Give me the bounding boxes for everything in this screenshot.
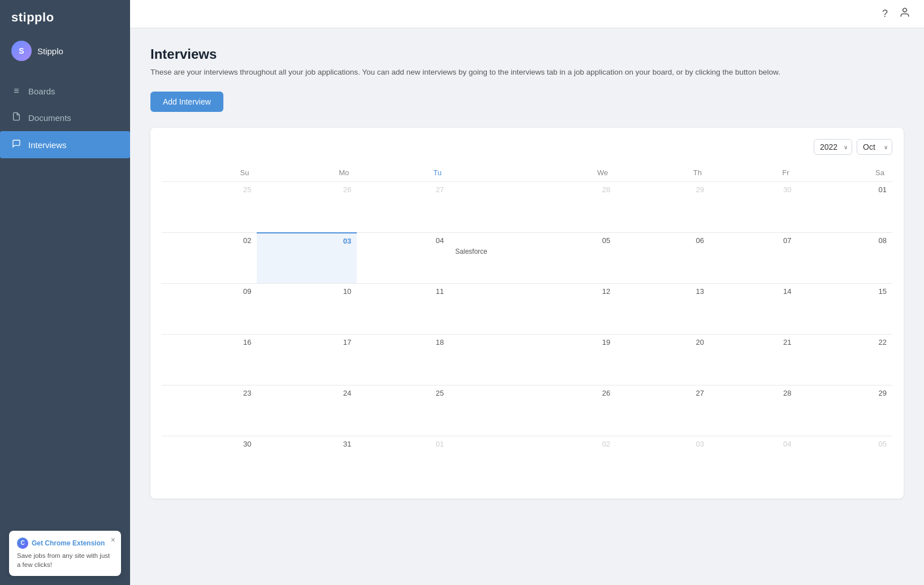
sidebar-item-boards-label: Boards [28, 86, 55, 96]
calendar-week-row: 16171819202122 [162, 335, 892, 385]
calendar-cell: 05Salesforce [450, 233, 616, 284]
day-number: 03 [262, 237, 351, 245]
calendar-cell: 09 [162, 284, 257, 335]
day-number: 30 [167, 440, 251, 448]
day-number: 01 [803, 185, 887, 194]
calendar: 2021 2022 2023 JanFebMar AprMayJun JulAu… [150, 128, 904, 499]
chrome-ext-description: Save jobs from any site with just a few … [17, 551, 113, 569]
day-number: 28 [715, 389, 792, 397]
calendar-cell: 17 [257, 335, 357, 385]
day-number: 11 [362, 287, 444, 296]
calendar-day-header-we: We [450, 164, 616, 182]
calendar-cell: 04 [357, 233, 450, 284]
calendar-cell: 31 [257, 436, 357, 487]
day-number: 19 [455, 338, 610, 346]
day-number: 27 [362, 185, 444, 194]
day-number: 26 [262, 185, 351, 194]
sidebar-item-boards[interactable]: ≡ Boards [0, 78, 130, 104]
day-number: 15 [803, 287, 887, 296]
calendar-cell: 02 [450, 436, 616, 487]
day-number: 20 [621, 338, 704, 346]
calendar-cell: 14 [710, 284, 797, 335]
calendar-cell: 13 [616, 284, 710, 335]
chrome-ext-title: C Get Chrome Extension [17, 538, 113, 549]
main-content: ? Interviews These are your interviews t… [130, 0, 924, 585]
day-number: 02 [455, 440, 610, 448]
month-select[interactable]: JanFebMar AprMayJun JulAugSep OctNovDec [857, 139, 892, 155]
day-number: 03 [621, 440, 704, 448]
day-number: 05 [455, 236, 610, 245]
day-number: 22 [803, 338, 887, 346]
calendar-cell: 04 [710, 436, 797, 487]
calendar-cell: 26 [450, 385, 616, 436]
calendar-week-row: 02030405Salesforce060708 [162, 233, 892, 284]
day-number: 05 [803, 440, 887, 448]
year-select[interactable]: 2021 2022 2023 [814, 139, 852, 155]
calendar-day-header-sa: Sa [797, 164, 892, 182]
day-number: 12 [455, 287, 610, 296]
calendar-day-header-th: Th [616, 164, 710, 182]
calendar-cell: 16 [162, 335, 257, 385]
day-number: 30 [715, 185, 792, 194]
calendar-cell: 02 [162, 233, 257, 284]
day-number: 13 [621, 287, 704, 296]
interviews-icon [11, 139, 21, 150]
user-profile-icon[interactable] [899, 7, 910, 21]
day-number: 14 [715, 287, 792, 296]
svg-point-0 [903, 8, 907, 12]
calendar-cell: 05 [797, 436, 892, 487]
boards-icon: ≡ [11, 86, 21, 96]
calendar-day-header-mo: Mo [257, 164, 357, 182]
calendar-week-row: 25262728293001 [162, 182, 892, 233]
day-number: 23 [167, 389, 251, 397]
sidebar-item-interviews-label: Interviews [28, 140, 67, 150]
day-number: 16 [167, 338, 251, 346]
day-number: 27 [621, 389, 704, 397]
day-number: 04 [715, 440, 792, 448]
day-number: 09 [167, 287, 251, 296]
calendar-cell: 23 [162, 385, 257, 436]
calendar-cell: 03 [257, 233, 357, 284]
day-number: 25 [362, 389, 444, 397]
calendar-cell: 06 [616, 233, 710, 284]
documents-icon [11, 112, 21, 123]
calendar-cell: 07 [710, 233, 797, 284]
year-select-wrapper: 2021 2022 2023 [814, 139, 852, 155]
day-number: 26 [455, 389, 610, 397]
calendar-cell: 30 [710, 182, 797, 233]
help-icon[interactable]: ? [882, 8, 888, 20]
calendar-header-row: SuMoTuWeThFrSa [162, 164, 892, 182]
sidebar-user: S Stipplo [0, 35, 130, 72]
calendar-cell: 12 [450, 284, 616, 335]
calendar-cell: 22 [797, 335, 892, 385]
month-select-wrapper: JanFebMar AprMayJun JulAugSep OctNovDec [857, 139, 892, 155]
chrome-extension-banner: × C Get Chrome Extension Save jobs from … [9, 531, 121, 576]
day-number: 25 [167, 185, 251, 194]
calendar-day-header-tu: Tu [357, 164, 450, 182]
event-tag[interactable]: Salesforce [455, 247, 610, 257]
chrome-ext-close-button[interactable]: × [111, 535, 115, 544]
sidebar-nav: ≡ Boards Documents Interviews [0, 78, 130, 158]
chrome-ext-title-text: Get Chrome Extension [32, 539, 105, 547]
calendar-day-header-fr: Fr [710, 164, 797, 182]
sidebar-item-interviews[interactable]: Interviews [0, 131, 130, 158]
sidebar: stipplo S Stipplo ≡ Boards Documents [0, 0, 130, 585]
calendar-body: 2526272829300102030405Salesforce06070809… [162, 182, 892, 487]
sidebar-item-documents-label: Documents [28, 113, 71, 123]
calendar-week-row: 30310102030405 [162, 436, 892, 487]
calendar-cell: 26 [257, 182, 357, 233]
username-label: Stipplo [37, 46, 63, 56]
sidebar-bottom: × C Get Chrome Extension Save jobs from … [0, 522, 130, 585]
day-number: 10 [262, 287, 351, 296]
calendar-cell: 20 [616, 335, 710, 385]
calendar-cell: 24 [257, 385, 357, 436]
calendar-cell: 10 [257, 284, 357, 335]
sidebar-item-documents[interactable]: Documents [0, 104, 130, 131]
calendar-cell: 29 [797, 385, 892, 436]
day-number: 17 [262, 338, 351, 346]
add-interview-button[interactable]: Add Interview [150, 92, 223, 112]
day-number: 29 [803, 389, 887, 397]
calendar-cell: 03 [616, 436, 710, 487]
calendar-cell: 28 [450, 182, 616, 233]
app-logo: stipplo [0, 0, 130, 35]
